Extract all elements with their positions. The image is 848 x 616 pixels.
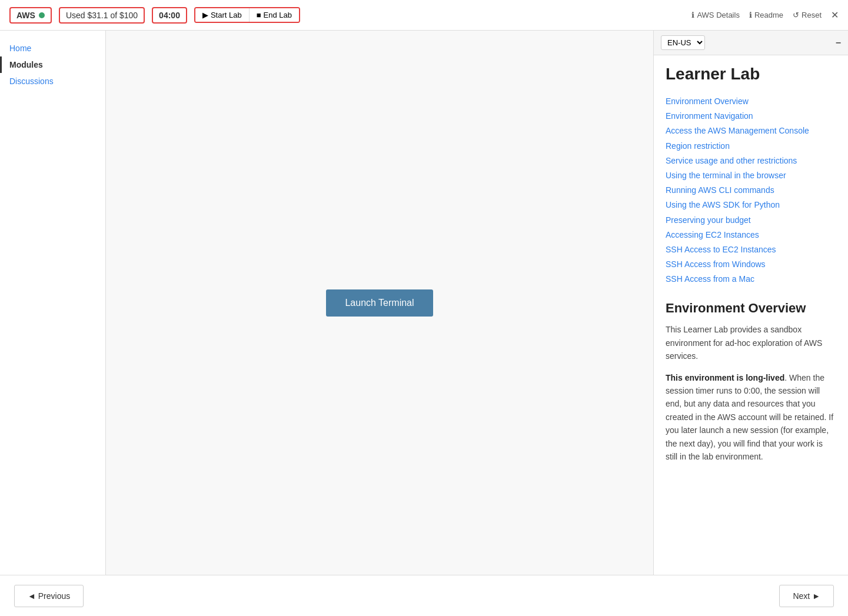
launch-terminal-button[interactable]: Launch Terminal bbox=[326, 289, 433, 317]
previous-label: ◄ Previous bbox=[28, 591, 70, 601]
aws-label: AWS bbox=[16, 11, 35, 20]
toc-link[interactable]: SSH Access to EC2 Instances bbox=[666, 242, 836, 257]
content-area: Launch Terminal EN-US − Learner Lab Envi… bbox=[106, 31, 848, 575]
toc-link[interactable]: Environment Navigation bbox=[666, 109, 836, 124]
right-panel: EN-US − Learner Lab Environment Overview… bbox=[654, 31, 848, 575]
launch-terminal-label: Launch Terminal bbox=[345, 298, 414, 308]
reset-icon: ↺ bbox=[793, 11, 799, 19]
budget-badge: Used $31.1 of $100 bbox=[59, 7, 145, 24]
env-overview-p2-bold: This environment is long-lived bbox=[666, 373, 784, 382]
toc-link[interactable]: SSH Access from Windows bbox=[666, 257, 836, 272]
reset-link[interactable]: ↺ Reset bbox=[793, 11, 822, 19]
env-overview-p1: This Learner Lab provides a sandbox envi… bbox=[666, 323, 836, 362]
toc-link[interactable]: Running AWS CLI commands bbox=[666, 183, 836, 198]
stop-icon: ■ bbox=[257, 11, 261, 19]
right-panel-content: Learner Lab Environment OverviewEnvironm… bbox=[654, 55, 848, 575]
env-overview-p2: This environment is long-lived. When the… bbox=[666, 371, 836, 464]
info-icon: ℹ bbox=[691, 11, 694, 19]
bottom-nav: ◄ Previous Next ► bbox=[0, 575, 848, 616]
sidebar-item-discussions[interactable]: Discussions bbox=[0, 73, 105, 89]
lab-controls: ▶ Start Lab ■ End Lab bbox=[194, 7, 300, 23]
top-bar-left: AWS Used $31.1 of $100 04:00 ▶ Start Lab… bbox=[9, 7, 682, 24]
terminal-pane: Launch Terminal bbox=[106, 31, 654, 575]
toc-link[interactable]: Access the AWS Management Console bbox=[666, 124, 836, 138]
toc-link[interactable]: Environment Overview bbox=[666, 94, 836, 109]
start-lab-label: Start Lab bbox=[211, 11, 242, 19]
aws-details-label: AWS Details bbox=[697, 11, 739, 19]
aws-details-link[interactable]: ℹ AWS Details bbox=[691, 11, 739, 19]
readme-link[interactable]: ℹ Readme bbox=[749, 11, 783, 19]
right-panel-top: EN-US − bbox=[654, 31, 848, 55]
left-sidebar: Home Modules Discussions bbox=[0, 31, 106, 575]
start-lab-button[interactable]: ▶ Start Lab bbox=[195, 8, 250, 22]
previous-button[interactable]: ◄ Previous bbox=[14, 585, 84, 607]
toc-link[interactable]: Using the AWS SDK for Python bbox=[666, 198, 836, 212]
readme-label: Readme bbox=[754, 11, 783, 19]
top-bar: AWS Used $31.1 of $100 04:00 ▶ Start Lab… bbox=[0, 0, 848, 31]
language-select[interactable]: EN-US bbox=[661, 35, 705, 50]
toc-link[interactable]: Using the terminal in the browser bbox=[666, 168, 836, 183]
toc-container: Environment OverviewEnvironment Navigati… bbox=[666, 94, 836, 287]
collapse-button[interactable]: − bbox=[836, 38, 841, 48]
sidebar-item-modules[interactable]: Modules bbox=[0, 56, 105, 73]
next-button[interactable]: Next ► bbox=[779, 585, 834, 607]
aws-status-dot bbox=[39, 12, 45, 18]
aws-badge: AWS bbox=[9, 7, 52, 24]
toc-link[interactable]: Preserving your budget bbox=[666, 213, 836, 228]
expand-button[interactable]: ✕ bbox=[831, 9, 839, 21]
timer-display: 04:00 bbox=[159, 11, 180, 20]
next-label: Next ► bbox=[793, 591, 820, 601]
env-overview-p2-rest: . When the session timer runs to 0:00, t… bbox=[666, 373, 833, 461]
timer-badge: 04:00 bbox=[152, 7, 187, 24]
main-layout: Home Modules Discussions Launch Terminal… bbox=[0, 31, 848, 575]
toc-link[interactable]: Service usage and other restrictions bbox=[666, 154, 836, 168]
reset-label: Reset bbox=[802, 11, 822, 19]
end-lab-label: End Lab bbox=[264, 11, 292, 19]
play-icon: ▶ bbox=[202, 11, 208, 19]
readme-icon: ℹ bbox=[749, 11, 752, 19]
panel-title: Learner Lab bbox=[666, 65, 836, 84]
env-overview-title: Environment Overview bbox=[666, 301, 836, 316]
toc-link[interactable]: Accessing EC2 Instances bbox=[666, 228, 836, 242]
end-lab-button[interactable]: ■ End Lab bbox=[250, 8, 299, 22]
toc-link[interactable]: Region restriction bbox=[666, 139, 836, 154]
toc-link[interactable]: SSH Access from a Mac bbox=[666, 272, 836, 287]
budget-label: Used $31.1 of $100 bbox=[66, 11, 138, 20]
top-bar-right: ℹ AWS Details ℹ Readme ↺ Reset ✕ bbox=[691, 9, 839, 21]
sidebar-item-home[interactable]: Home bbox=[0, 40, 105, 56]
